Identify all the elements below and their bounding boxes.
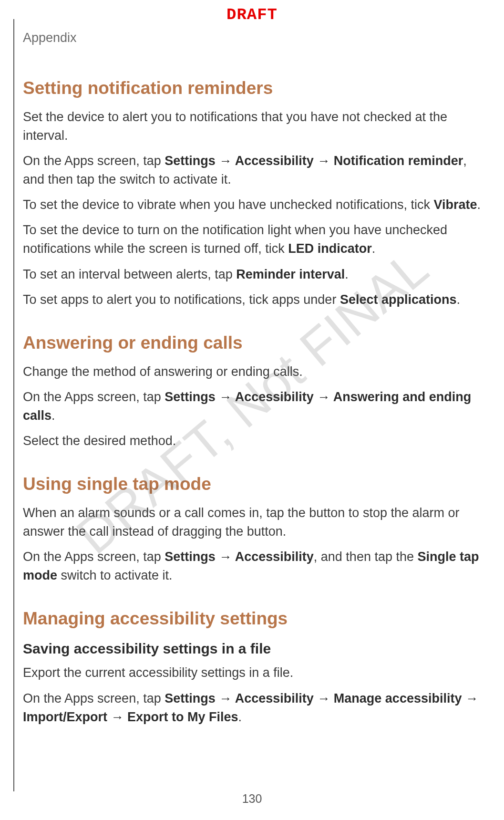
body-text: On the Apps screen, tap Settings → Acces… [23,388,486,425]
draft-header-label: DRAFT [0,6,504,24]
left-margin-rule [13,19,14,791]
body-text: Set the device to alert you to notificat… [23,108,486,145]
heading-notification-reminders: Setting notification reminders [23,75,486,101]
subheading-saving-settings: Saving accessibility settings in a file [23,638,486,659]
section-notification-reminders: Setting notification reminders Set the d… [23,75,486,309]
document-page: DRAFT Appendix DRAFT, Not FINAL Setting … [0,0,504,820]
body-text: To set apps to alert you to notification… [23,291,486,309]
heading-answering-calls: Answering or ending calls [23,330,486,356]
body-text: To set the device to turn on the notific… [23,221,486,258]
body-text: Select the desired method. [23,432,486,450]
section-answering-calls: Answering or ending calls Change the met… [23,330,486,450]
page-content: Setting notification reminders Set the d… [23,75,486,733]
page-number: 130 [0,792,504,806]
heading-managing-accessibility: Managing accessibility settings [23,606,486,632]
section-single-tap-mode: Using single tap mode When an alarm soun… [23,471,486,585]
body-text: On the Apps screen, tap Settings → Acces… [23,689,486,727]
body-text: To set an interval between alerts, tap R… [23,265,486,284]
section-managing-accessibility: Managing accessibility settings Saving a… [23,606,486,727]
body-text: On the Apps screen, tap Settings → Acces… [23,152,486,189]
body-text: On the Apps screen, tap Settings → Acces… [23,548,486,585]
heading-single-tap-mode: Using single tap mode [23,471,486,497]
body-text: To set the device to vibrate when you ha… [23,196,486,214]
section-tab-label: Appendix [23,31,77,45]
body-text: Change the method of answering or ending… [23,363,486,381]
body-text: When an alarm sounds or a call comes in,… [23,504,486,541]
body-text: Export the current accessibility setting… [23,664,486,682]
